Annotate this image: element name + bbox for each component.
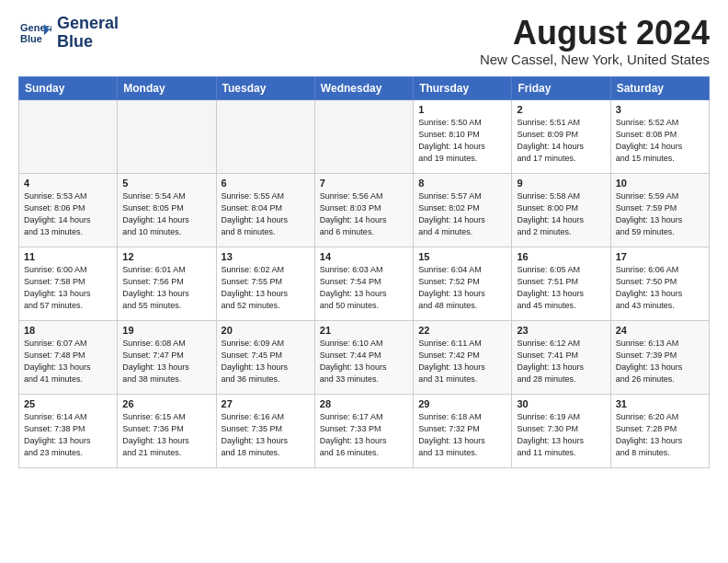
day-number: 9 (517, 178, 605, 189)
day-number: 21 (320, 325, 408, 336)
day-number: 14 (320, 251, 408, 262)
calendar-day-14: 14Sunrise: 6:03 AM Sunset: 7:54 PM Dayli… (314, 247, 413, 320)
calendar-day-8: 8Sunrise: 5:57 AM Sunset: 8:02 PM Daylig… (414, 173, 512, 247)
day-info: Sunrise: 6:09 AM Sunset: 7:45 PM Dayligh… (222, 338, 310, 385)
day-info: Sunrise: 6:13 AM Sunset: 7:39 PM Dayligh… (616, 338, 704, 385)
calendar-day-3: 3Sunrise: 5:52 AM Sunset: 8:08 PM Daylig… (610, 99, 709, 173)
logo: General Blue General Blue (18, 15, 119, 52)
location: New Cassel, New York, United States (480, 52, 710, 67)
calendar-day-31: 31Sunrise: 6:20 AM Sunset: 7:28 PM Dayli… (610, 394, 709, 467)
day-number: 29 (418, 398, 506, 409)
calendar-day-29: 29Sunrise: 6:18 AM Sunset: 7:32 PM Dayli… (414, 394, 512, 467)
day-info: Sunrise: 5:56 AM Sunset: 8:03 PM Dayligh… (320, 190, 408, 238)
calendar-day-6: 6Sunrise: 5:55 AM Sunset: 8:04 PM Daylig… (216, 173, 314, 247)
calendar-day-17: 17Sunrise: 6:06 AM Sunset: 7:50 PM Dayli… (610, 247, 709, 320)
day-info: Sunrise: 6:14 AM Sunset: 7:38 PM Dayligh… (24, 411, 112, 459)
calendar-day-4: 4Sunrise: 5:53 AM Sunset: 8:06 PM Daylig… (19, 173, 118, 247)
day-info: Sunrise: 6:16 AM Sunset: 7:35 PM Dayligh… (222, 411, 310, 459)
day-number: 15 (418, 251, 506, 262)
day-number: 4 (24, 178, 112, 189)
day-info: Sunrise: 5:54 AM Sunset: 8:05 PM Dayligh… (122, 190, 210, 238)
day-number: 30 (517, 398, 605, 409)
day-number: 10 (616, 178, 704, 189)
calendar-day-19: 19Sunrise: 6:08 AM Sunset: 7:47 PM Dayli… (118, 320, 216, 394)
day-number: 24 (616, 325, 704, 336)
calendar-day-5: 5Sunrise: 5:54 AM Sunset: 8:05 PM Daylig… (118, 173, 216, 247)
weekday-header-wednesday: Wednesday (314, 76, 413, 99)
calendar-day-25: 25Sunrise: 6:14 AM Sunset: 7:38 PM Dayli… (19, 394, 118, 467)
day-number: 3 (616, 104, 704, 115)
day-info: Sunrise: 6:08 AM Sunset: 7:47 PM Dayligh… (122, 338, 210, 385)
day-number: 20 (222, 325, 310, 336)
day-info: Sunrise: 6:11 AM Sunset: 7:42 PM Dayligh… (418, 338, 506, 385)
day-info: Sunrise: 6:17 AM Sunset: 7:33 PM Dayligh… (320, 411, 408, 459)
calendar-day-30: 30Sunrise: 6:19 AM Sunset: 7:30 PM Dayli… (512, 394, 610, 467)
day-number: 28 (320, 398, 408, 409)
day-number: 26 (122, 398, 210, 409)
calendar-day-15: 15Sunrise: 6:04 AM Sunset: 7:52 PM Dayli… (414, 247, 512, 320)
day-number: 16 (517, 251, 605, 262)
day-info: Sunrise: 5:55 AM Sunset: 8:04 PM Dayligh… (222, 190, 310, 238)
day-info: Sunrise: 6:10 AM Sunset: 7:44 PM Dayligh… (320, 338, 408, 385)
weekday-header-tuesday: Tuesday (216, 76, 314, 99)
weekday-header-thursday: Thursday (414, 76, 512, 99)
calendar-day-20: 20Sunrise: 6:09 AM Sunset: 7:45 PM Dayli… (216, 320, 314, 394)
day-number: 22 (418, 325, 506, 336)
calendar-day-empty (19, 99, 118, 173)
calendar-week-3: 11Sunrise: 6:00 AM Sunset: 7:58 PM Dayli… (19, 247, 710, 320)
day-number: 8 (418, 178, 506, 189)
calendar-day-12: 12Sunrise: 6:01 AM Sunset: 7:56 PM Dayli… (118, 247, 216, 320)
day-number: 19 (122, 325, 210, 336)
day-number: 12 (122, 251, 210, 262)
calendar-day-13: 13Sunrise: 6:02 AM Sunset: 7:55 PM Dayli… (216, 247, 314, 320)
day-number: 23 (517, 325, 605, 336)
svg-text:Blue: Blue (20, 33, 42, 44)
day-info: Sunrise: 6:03 AM Sunset: 7:54 PM Dayligh… (320, 264, 408, 312)
day-number: 31 (616, 398, 704, 409)
calendar-day-empty (118, 99, 216, 173)
weekday-header-saturday: Saturday (610, 76, 709, 99)
day-info: Sunrise: 5:52 AM Sunset: 8:08 PM Dayligh… (616, 117, 704, 165)
day-info: Sunrise: 6:18 AM Sunset: 7:32 PM Dayligh… (418, 411, 506, 459)
calendar-day-27: 27Sunrise: 6:16 AM Sunset: 7:35 PM Dayli… (216, 394, 314, 467)
weekday-header-monday: Monday (118, 76, 216, 99)
calendar-day-1: 1Sunrise: 5:50 AM Sunset: 8:10 PM Daylig… (414, 99, 512, 173)
day-info: Sunrise: 5:53 AM Sunset: 8:06 PM Dayligh… (24, 190, 112, 238)
header: General Blue General Blue August 2024 Ne… (18, 15, 710, 67)
day-info: Sunrise: 5:59 AM Sunset: 7:59 PM Dayligh… (616, 190, 704, 238)
calendar-table: SundayMondayTuesdayWednesdayThursdayFrid… (18, 76, 710, 468)
title-area: August 2024 New Cassel, New York, United… (480, 15, 710, 67)
weekday-header-row: SundayMondayTuesdayWednesdayThursdayFrid… (19, 76, 710, 99)
day-number: 1 (418, 104, 506, 115)
day-number: 18 (24, 325, 112, 336)
calendar-week-5: 25Sunrise: 6:14 AM Sunset: 7:38 PM Dayli… (19, 394, 710, 467)
day-info: Sunrise: 5:57 AM Sunset: 8:02 PM Dayligh… (418, 190, 506, 238)
calendar-day-22: 22Sunrise: 6:11 AM Sunset: 7:42 PM Dayli… (414, 320, 512, 394)
day-number: 6 (222, 178, 310, 189)
day-number: 27 (222, 398, 310, 409)
weekday-header-sunday: Sunday (19, 76, 118, 99)
day-info: Sunrise: 6:00 AM Sunset: 7:58 PM Dayligh… (24, 264, 112, 312)
logo-text: General Blue (57, 15, 119, 52)
calendar-day-26: 26Sunrise: 6:15 AM Sunset: 7:36 PM Dayli… (118, 394, 216, 467)
calendar-day-21: 21Sunrise: 6:10 AM Sunset: 7:44 PM Dayli… (314, 320, 413, 394)
calendar-week-4: 18Sunrise: 6:07 AM Sunset: 7:48 PM Dayli… (19, 320, 710, 394)
calendar-day-24: 24Sunrise: 6:13 AM Sunset: 7:39 PM Dayli… (610, 320, 709, 394)
calendar-day-7: 7Sunrise: 5:56 AM Sunset: 8:03 PM Daylig… (314, 173, 413, 247)
day-info: Sunrise: 6:05 AM Sunset: 7:51 PM Dayligh… (517, 264, 605, 312)
day-info: Sunrise: 6:04 AM Sunset: 7:52 PM Dayligh… (418, 264, 506, 312)
day-number: 5 (122, 178, 210, 189)
calendar-day-2: 2Sunrise: 5:51 AM Sunset: 8:09 PM Daylig… (512, 99, 610, 173)
month-year: August 2024 (480, 15, 710, 52)
calendar-day-9: 9Sunrise: 5:58 AM Sunset: 8:00 PM Daylig… (512, 173, 610, 247)
calendar-day-18: 18Sunrise: 6:07 AM Sunset: 7:48 PM Dayli… (19, 320, 118, 394)
day-info: Sunrise: 6:15 AM Sunset: 7:36 PM Dayligh… (122, 411, 210, 459)
day-info: Sunrise: 6:01 AM Sunset: 7:56 PM Dayligh… (122, 264, 210, 312)
day-info: Sunrise: 6:02 AM Sunset: 7:55 PM Dayligh… (222, 264, 310, 312)
calendar-day-11: 11Sunrise: 6:00 AM Sunset: 7:58 PM Dayli… (19, 247, 118, 320)
day-info: Sunrise: 6:06 AM Sunset: 7:50 PM Dayligh… (616, 264, 704, 312)
weekday-header-friday: Friday (512, 76, 610, 99)
day-number: 17 (616, 251, 704, 262)
day-info: Sunrise: 6:19 AM Sunset: 7:30 PM Dayligh… (517, 411, 605, 459)
day-number: 2 (517, 104, 605, 115)
